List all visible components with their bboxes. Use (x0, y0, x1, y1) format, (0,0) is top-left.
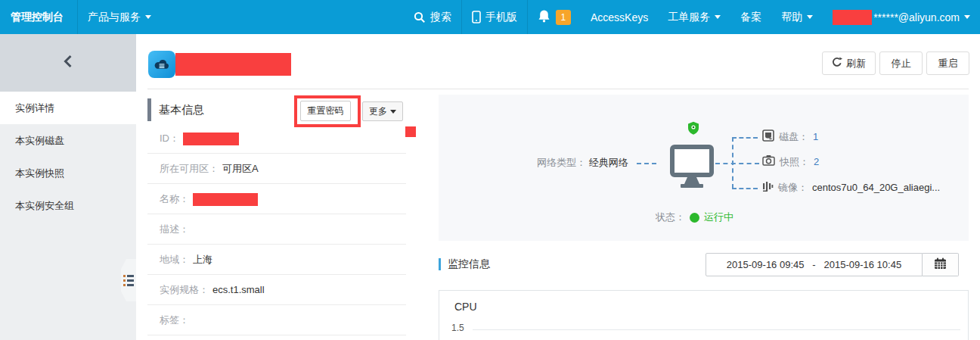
ticket-service-label: 工单服务 (668, 11, 710, 24)
more-label: 更多 (369, 105, 387, 118)
chevron-down-icon (964, 15, 970, 19)
info-row-instance-type: 实例规格：ecs.t1.small (147, 275, 406, 305)
image-resource-row: 镜像： centos7u0_64_20G_aliaegi... (762, 181, 940, 195)
topbar: 管理控制台 产品与服务 搜索 手机版 (0, 0, 980, 34)
restart-button[interactable]: 重启 (926, 51, 969, 75)
beian-link[interactable]: 备案 (730, 0, 771, 34)
id-redaction (183, 133, 239, 145)
instance-name-redaction (175, 53, 291, 76)
info-row-zone: 所在可用区：可用区A (147, 154, 406, 184)
row-value: 可用区A (222, 163, 259, 174)
dashed-connector (715, 163, 759, 164)
disk-count-link[interactable]: 1 (813, 130, 818, 144)
image-icon (762, 180, 774, 196)
row-label: 实例规格： (160, 284, 209, 295)
search-button[interactable]: 搜索 (404, 0, 461, 34)
more-dropdown-button[interactable]: 更多 (362, 101, 403, 121)
red-square-annotation (405, 126, 416, 137)
refresh-label: 刷新 (846, 57, 866, 70)
instance-topology-panel: 网络类型： 经典网络 (439, 95, 969, 241)
search-label: 搜索 (430, 11, 451, 24)
name-redaction (193, 193, 258, 206)
search-icon (414, 11, 426, 23)
row-label: ID： (160, 133, 179, 144)
monitoring-header: 监控信息 (439, 257, 490, 271)
shield-icon (687, 121, 699, 138)
main-content: 刷新 停止 重启 基本信息 重置密码 更多 ID： 所在可 (136, 34, 980, 340)
sidebar-collapse-button[interactable] (0, 34, 136, 92)
row-label: 所在可用区： (160, 163, 219, 174)
notifications-button[interactable]: 1 (528, 0, 581, 34)
disk-resource-row: 磁盘： 1 (762, 130, 818, 144)
panel-accent-bar (439, 258, 441, 270)
chevron-down-icon (390, 110, 396, 114)
row-value: 上海 (193, 254, 212, 265)
basic-info-panel: 基本信息 重置密码 更多 ID： 所在可用区：可用区A 名称： (147, 96, 406, 335)
info-row-tags: 标签： (147, 305, 406, 335)
snapshot-resource-row: 快照： 2 (762, 155, 819, 169)
basic-info-header: 基本信息 重置密码 更多 (147, 96, 406, 123)
bell-icon (538, 9, 550, 25)
products-services-menu[interactable]: 产品与服务 (78, 0, 161, 34)
info-row-description: 描述： (147, 214, 406, 245)
mobile-icon (472, 11, 481, 23)
snapshot-label: 快照： (780, 155, 809, 169)
help-menu[interactable]: 帮助 (771, 0, 823, 34)
panel-accent-bar (147, 98, 151, 121)
calendar-button[interactable] (923, 253, 959, 276)
ticket-service-menu[interactable]: 工单服务 (658, 0, 730, 34)
info-row-id: ID： (147, 123, 406, 154)
host-monitor-icon (670, 145, 714, 192)
row-label: 标签： (160, 314, 189, 326)
info-row-region: 地域：上海 (147, 245, 406, 275)
chevron-left-icon (61, 54, 75, 72)
status-running-dot (690, 213, 699, 223)
mobile-version-label: 手机版 (485, 11, 517, 24)
ecs-instance-icon (148, 51, 175, 78)
calendar-icon (934, 257, 947, 273)
image-name: centos7u0_64_20G_aliaegi... (812, 181, 940, 195)
refresh-icon (832, 57, 842, 70)
image-label: 镜像： (778, 181, 808, 195)
row-label: 描述： (160, 223, 189, 235)
row-label: 名称： (160, 193, 189, 204)
snapshot-count-link[interactable]: 2 (814, 155, 819, 169)
dashed-connector (732, 188, 758, 189)
info-row-name: 名称： (147, 184, 406, 214)
dashed-connector (637, 163, 656, 164)
dashed-connector (732, 137, 758, 139)
status-row: 状态： 运行中 (656, 211, 733, 224)
sidebar-item-instance-disks[interactable]: 本实例磁盘 (0, 124, 136, 157)
chevron-down-icon (145, 15, 151, 19)
cpu-chart-panel: CPU 1.5 (439, 290, 969, 340)
sidebar-toggle-handle[interactable] (121, 259, 136, 301)
accesskeys-link[interactable]: AccessKeys (581, 0, 658, 34)
stop-button[interactable]: 停止 (879, 51, 923, 75)
account-email: ******@aliyun.com (873, 11, 960, 23)
chevron-down-icon (807, 15, 813, 19)
sidebar-item-instance-snapshots[interactable]: 本实例快照 (0, 157, 136, 189)
sidebar-item-instance-security-groups[interactable]: 本实例安全组 (0, 189, 136, 222)
cpu-chart-title: CPU (454, 301, 477, 313)
cpu-gridline (473, 329, 960, 330)
network-type-label: 网络类型： (537, 157, 586, 168)
console-home-link[interactable]: 管理控制台 (0, 0, 77, 34)
status-label: 状态： (656, 211, 685, 224)
account-menu[interactable]: ******@aliyun.com (823, 0, 980, 34)
monitoring-title: 监控信息 (448, 257, 490, 271)
status-value: 运行中 (704, 211, 733, 224)
account-name-redaction (833, 10, 872, 25)
row-label: 地域： (160, 254, 189, 265)
products-services-label: 产品与服务 (88, 11, 141, 24)
date-range-input[interactable]: 2015-09-16 09:45 - 2015-09-16 10:45 (706, 253, 923, 276)
notification-count-badge[interactable]: 1 (556, 10, 571, 25)
dashed-connector (732, 137, 733, 189)
network-type-value: 经典网络 (589, 157, 628, 168)
refresh-button[interactable]: 刷新 (822, 51, 876, 75)
sidebar-nav: 实例详情 本实例磁盘 本实例快照 本实例安全组 (0, 92, 136, 222)
mobile-version-link[interactable]: 手机版 (462, 0, 527, 34)
sidebar-item-instance-details[interactable]: 实例详情 (0, 92, 136, 124)
red-annotation-box (294, 95, 361, 127)
row-value: ecs.t1.small (212, 284, 265, 295)
list-bars-icon (123, 275, 134, 286)
